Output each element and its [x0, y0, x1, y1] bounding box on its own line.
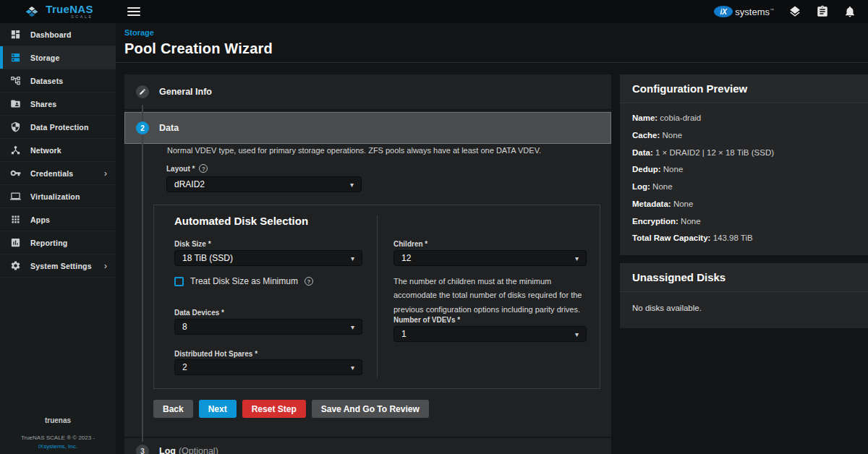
page-title: Pool Creation Wizard	[124, 40, 868, 57]
sidebar-item-label: Credentials	[30, 169, 73, 178]
preview-row: Total Raw Capacity: 143.98 TiB	[632, 232, 856, 244]
disk-size-select[interactable]: 18 TiB (SSD) ▾	[174, 250, 362, 266]
dropdown-caret-icon: ▾	[575, 254, 579, 262]
treat-minimum-row: Treat Disk Size as Minimum ?	[174, 276, 313, 286]
sidebar: Dashboard Storage Datasets Shares Data P…	[0, 23, 116, 454]
sidebar-item-label: Shares	[30, 100, 56, 108]
pool-wizard-card: General Info 2 Data Normal VDEV type, us…	[124, 74, 611, 454]
layout-select-value: dRAID2	[174, 179, 205, 189]
ixsystems-logo[interactable]: iX systems™	[714, 6, 774, 17]
preview-row: Data: 1 × DRAID2 | 12 × 18 TiB (SSD)	[632, 147, 856, 159]
ix-badge: iX	[714, 6, 733, 17]
back-button[interactable]: Back	[153, 400, 193, 418]
data-step-description: Normal VDEV type, used for primary stora…	[167, 146, 594, 155]
dropdown-caret-icon: ▾	[351, 323, 354, 331]
step-suffix: (Optional)	[179, 446, 218, 454]
shield-icon	[10, 121, 21, 132]
hot-spares-label: Distributed Hot Spares *	[174, 350, 362, 358]
company-link[interactable]: iXsystems, Inc.	[0, 443, 116, 450]
sidebar-item-system-settings[interactable]: System Settings ›	[0, 254, 116, 278]
next-button[interactable]: Next	[199, 400, 237, 418]
dropdown-caret-icon: ▾	[351, 364, 354, 372]
children-value: 12	[401, 253, 411, 263]
configuration-preview-title: Configuration Preview	[620, 74, 868, 103]
ix-text: systems™	[735, 7, 774, 17]
menu-toggle-icon[interactable]	[127, 7, 140, 16]
save-review-button[interactable]: Save And Go To Review	[312, 400, 429, 418]
sidebar-item-label: Dashboard	[30, 30, 72, 39]
unassigned-disks-empty-text: No disks available.	[632, 301, 856, 318]
brand-sub: SCALE	[71, 15, 93, 20]
page-header: Storage Pool Creation Wizard	[116, 23, 868, 63]
apps-grid-icon	[10, 214, 21, 225]
sidebar-item-datasets[interactable]: Datasets	[0, 69, 116, 93]
preview-row: Encryption: None	[632, 215, 856, 228]
shares-folder-icon	[10, 98, 21, 109]
copyright: TrueNAS SCALE ® © 2023 -	[0, 434, 116, 441]
help-icon[interactable]: ?	[305, 277, 313, 286]
sidebar-item-label: Virtualization	[30, 192, 80, 201]
preview-row: Name: cobia-draid	[632, 112, 856, 124]
vdevs-label: Number of VDEVs *	[393, 316, 587, 324]
step-circle-2: 2	[136, 121, 149, 134]
data-devices-label: Data Devices *	[174, 309, 362, 317]
sidebar-footer: truenas TrueNAS SCALE ® © 2023 - iXsyste…	[0, 416, 116, 450]
column-divider	[377, 215, 378, 378]
truenas-logo[interactable]: TrueNAS SCALE	[0, 0, 116, 23]
key-icon	[10, 168, 21, 179]
sidebar-item-label: Apps	[30, 215, 50, 224]
children-select[interactable]: 12 ▾	[393, 250, 587, 266]
sidebar-item-label: Datasets	[30, 77, 63, 85]
breadcrumb[interactable]: Storage	[124, 28, 868, 37]
truecommand-status-icon[interactable]	[788, 5, 801, 18]
vdevs-value: 1	[401, 329, 407, 339]
alerts-bell-icon[interactable]	[843, 5, 856, 18]
chevron-right-icon: ›	[104, 168, 107, 178]
children-label: Children *	[393, 240, 587, 248]
sidebar-item-label: Storage	[30, 53, 60, 62]
configuration-preview-card: Configuration Preview Name: cobia-draid …	[620, 74, 868, 255]
help-icon[interactable]: ?	[199, 164, 208, 173]
step-general-info[interactable]: General Info	[124, 74, 611, 111]
vdevs-select[interactable]: 1 ▾	[393, 326, 587, 342]
sidebar-item-dashboard[interactable]: Dashboard	[0, 23, 116, 46]
dashboard-icon	[10, 29, 21, 40]
step-label: Log	[159, 446, 176, 454]
preview-row: Log: None	[632, 181, 856, 193]
sidebar-item-shares[interactable]: Shares	[0, 93, 116, 116]
sidebar-item-network[interactable]: Network	[0, 139, 116, 162]
sidebar-item-storage[interactable]: Storage	[0, 46, 116, 69]
layout-select[interactable]: dRAID2 ▾	[166, 176, 362, 192]
automated-disk-selection-box: Automated Disk Selection Disk Size * 18 …	[153, 205, 600, 389]
unassigned-disks-title: Unassigned Disks	[620, 263, 868, 292]
sidebar-item-label: Network	[30, 146, 61, 155]
sidebar-item-reporting[interactable]: Reporting	[0, 231, 116, 254]
stepper-connector-line	[142, 105, 143, 442]
dropdown-caret-icon: ▾	[351, 254, 354, 262]
step-circle-edit	[136, 85, 149, 98]
step-log[interactable]: 3 Log (Optional)	[124, 437, 611, 454]
step-label: Data	[159, 123, 179, 133]
sidebar-item-apps[interactable]: Apps	[0, 208, 116, 231]
sidebar-item-virtualization[interactable]: Virtualization	[0, 185, 116, 208]
sidebar-item-label: System Settings	[30, 262, 92, 270]
hostname: truenas	[0, 416, 116, 424]
step-data[interactable]: 2 Data	[124, 112, 611, 144]
step-circle-3: 3	[136, 445, 149, 454]
disk-size-label: Disk Size *	[174, 240, 362, 248]
hot-spares-select[interactable]: 2 ▾	[174, 359, 362, 375]
disk-size-value: 18 TiB (SSD)	[182, 253, 233, 263]
gear-icon	[10, 260, 21, 271]
truenas-diamond-icon	[22, 5, 41, 19]
jobs-clipboard-icon[interactable]	[816, 5, 829, 18]
chevron-right-icon: ›	[104, 261, 107, 270]
data-devices-select[interactable]: 8 ▾	[174, 319, 362, 335]
treat-minimum-label: Treat Disk Size as Minimum	[190, 276, 298, 286]
sidebar-item-credentials[interactable]: Credentials ›	[0, 162, 116, 185]
treat-minimum-checkbox[interactable]	[174, 277, 184, 286]
unassigned-disks-card: Unassigned Disks No disks available.	[620, 263, 868, 328]
sidebar-item-data-protection[interactable]: Data Protection	[0, 116, 116, 139]
brand-name: TrueNAS	[46, 4, 93, 14]
wizard-buttons: Back Next Reset Step Save And Go To Revi…	[153, 400, 429, 418]
reset-step-button[interactable]: Reset Step	[242, 400, 306, 418]
